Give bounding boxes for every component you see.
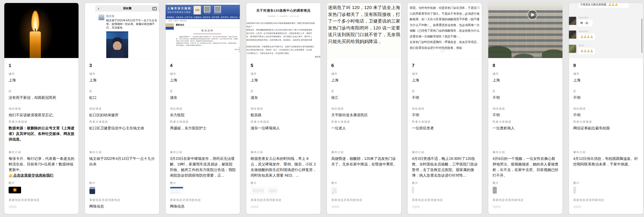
- field-value-address: 航昌路: [250, 112, 316, 118]
- field-deceased: 死者大体描述 虹口区卫健委信息中心主任钱文雄: [89, 120, 155, 131]
- record-number: 9: [573, 63, 576, 68]
- field-deceased: 死者大体描述 周盛妮，东方医院护士: [170, 120, 236, 131]
- field-label-address: 地址描述: [8, 107, 75, 111]
- field-value-event: 每张卡片、每行记录，代表着一条逝去的鲜活生命。目前有73+位死者！数据持续更新中…: [8, 157, 74, 172]
- field-label-deceased: 死者大体描述: [492, 120, 558, 124]
- field-district: 区 不明: [412, 89, 478, 101]
- record-card[interactable]: 关于对浦东120急救中心的调查情况【信息来源：】【信息时间：2022-03-31…: [246, 3, 320, 214]
- field-label-deceased: 死者大体描述: [250, 120, 316, 124]
- weibo-text: 医院。当时有些低烧，但是发热门诊在消杀，于是在门口的黑夜里等待了很久。可是由于有…: [408, 3, 482, 51]
- field-value-address: 不明: [492, 112, 558, 118]
- field-deceased: 死者大体描述 网信证券副总裁韦桂国: [573, 120, 639, 131]
- record-number: 5: [250, 63, 253, 68]
- quoted-text: 迷病危了叫 120，120 来了说全上海发热门诊都关了，没有医院接收，打了一个多…: [327, 3, 401, 45]
- attachment-thumbnails: [170, 187, 236, 194]
- document-body: 在航昌路376弄小区120急救医生未向求救患者施救的情况，我委立即连夜启动调 查…: [246, 22, 320, 55]
- field-label-deceased: 死者大体描述: [170, 120, 236, 124]
- record-cover-image: 迷病危了叫 120，120 来了说全上海发热门诊都关了，没有医院接收，打了一个多…: [327, 3, 401, 58]
- field-event: 事件介绍 高烧昏迷，核酸阴，120来了说发热门诊关了。无奈在家中降温，在昏迷中离…: [331, 150, 397, 167]
- field-address: 地址描述 虹口区妇幼保健所: [89, 107, 155, 118]
- record-card[interactable]: 医院。当时有些低烧，但是发热门诊在消杀，于是在门口的黑夜里等待了很久。可是由于有…: [408, 3, 482, 214]
- attachment-thumbnails: [8, 187, 75, 193]
- qr-code-block: 患者移动服务平台: [214, 6, 222, 14]
- record-number: 1: [8, 63, 11, 68]
- field-value-deceased: 浦东一位哮喘病人: [250, 125, 316, 131]
- field-deceased: 死者大体描述 一位老人: [331, 120, 397, 131]
- record-cover-image: 关于对浦东120急救中心的调查情况【信息来源：】【信息时间：2022-03-31…: [246, 3, 320, 58]
- document-title: 关于对浦东120急救中心的调查情况: [246, 8, 320, 13]
- field-value-deceased: 一位癌症患者: [412, 125, 478, 131]
- field-label-image: 图片: [492, 181, 558, 185]
- record-card[interactable]: 上海市东方医院同济大学附属东方医院100微信二维码患者移动服务平台医院概况 | …: [166, 3, 240, 214]
- field-city: 城市 上海: [89, 72, 155, 83]
- attachment-thumbnails: [89, 187, 155, 194]
- submit-info-link[interactable]: 👉点击这里提交信息给我们: [8, 173, 75, 178]
- field-label-direct-info: 直接信息还是间接信息: [573, 198, 639, 202]
- field-direct-info: 直接信息还是间接信息: [492, 198, 558, 208]
- announcement-title: 情况说明: [175, 29, 240, 32]
- field-image: 图片: [8, 181, 75, 193]
- field-value-deceased: 数据来源：被删除的公众号文章《上海逝者》及其评论区、各种社交媒体、网友提供信息。: [8, 125, 75, 142]
- record-card[interactable]: ‹朋友圈钱文雄钱文雄于2022年4月12日下午一点十九分去世。疫情期间一切从简。…: [85, 3, 159, 214]
- field-value-address: 不明: [412, 112, 478, 118]
- announcement-body: 周盛妮为我院护士，一直在院内从事非护理相关工作。3月23日在家中哮喘发作，用药后…: [175, 36, 240, 46]
- field-value-city: 上海: [89, 78, 155, 83]
- field-value-deceased: 一位老人: [331, 125, 397, 131]
- attachment-thumbnails: [492, 187, 558, 194]
- empty-value-pill: [492, 206, 501, 208]
- field-label-image: 图片: [573, 181, 639, 185]
- field-label-address: 地址描述: [573, 107, 639, 111]
- field-label-deceased: 死者大体描述: [573, 120, 639, 124]
- field-value-district: 浦东: [250, 95, 316, 101]
- hospital-site-header: 上海市东方医院同济大学附属东方医院100微信二维码患者移动服务平台: [166, 5, 240, 15]
- hospital-site-title: 上海市东方医院: [167, 7, 192, 10]
- field-image: 图片: [331, 181, 397, 195]
- hospital-site-subtitle: 同济大学附属东方医院: [167, 11, 192, 14]
- section-title: 最新动态: [175, 22, 240, 27]
- field-value-address: 虹口区妇幼保健所: [89, 112, 155, 118]
- image-thumbnail[interactable]: [170, 187, 183, 194]
- record-card[interactable]: 8 城市 上海 区 不明 地址描述 不明 死者大体描述 一位透析病人 事件介绍 …: [488, 3, 562, 214]
- field-label-event: 事件介绍: [492, 150, 558, 154]
- empty-value-pill: [573, 206, 582, 208]
- image-thumbnail[interactable]: [89, 187, 95, 194]
- image-thumbnail[interactable]: [412, 187, 414, 193]
- field-label-image: 图片: [8, 181, 75, 185]
- field-value-event: 4月3日突感不适，晚上19:30叫了120急救。当时面临全员核酸，三甲医院门急诊…: [412, 157, 478, 178]
- announcement-meta-bar: [193, 33, 221, 34]
- field-label-direct-info: 直接信息还是间接信息: [8, 198, 75, 202]
- field-district: 区 浦东: [250, 89, 316, 101]
- field-value-city: 上海: [412, 78, 478, 83]
- field-label-city: 城市: [492, 72, 558, 76]
- field-value-event: 高烧昏迷，核酸阴，120来了说发热门诊关了。无奈在家中降温，在昏迷中离世。: [331, 157, 397, 166]
- record-card[interactable]: 1 城市 上海 区 没有死于新冠，却因新冠而死 地址描述 他们不应该被漠视甚至忘…: [4, 3, 78, 214]
- record-card[interactable]: 只有其女儿眼见其病逝...🙏🙏🙏啊，这。🙏🙏🙏🙏🙏🙏🙏🙏 9 城市 上海 区 不…: [569, 3, 643, 214]
- field-event: 事件介绍 3月23日在家中哮喘发作，用药后无法缓解。19时，家属驾车送其就诊，被…: [170, 150, 236, 178]
- qr-code-icon: [204, 6, 210, 12]
- record-cover-image: [488, 3, 562, 58]
- camera-icon: [152, 7, 156, 10]
- record-card[interactable]: 迷病危了叫 120，120 来了说全上海发热门诊都关了，没有医院接收，打了一个多…: [327, 3, 401, 214]
- post-body: 钱文雄钱文雄于2022年4月12日下午一点十九分去世。疫情期间一切从简。家属目前…: [106, 14, 158, 58]
- image-thumbnail[interactable]: [492, 187, 497, 194]
- field-label-district: 区: [492, 89, 558, 93]
- gallery-board[interactable]: 1 城市 上海 区 没有死于新冠，却因新冠而死 地址描述 他们不应该被漠视甚至忘…: [4, 3, 643, 214]
- field-value-deceased: 虹口区卫健委信息中心主任钱文雄: [89, 125, 155, 131]
- moments-header: ‹朋友圈: [95, 5, 159, 11]
- image-thumbnail[interactable]: [250, 187, 266, 194]
- field-label-direct-info: 直接信息还是间接信息: [331, 198, 397, 202]
- qr-code-icon: [214, 6, 221, 12]
- wechat-moments-screenshot: ‹朋友圈钱文雄钱文雄于2022年4月12日下午一点十九分去世。疫情期间一切从简。…: [95, 5, 159, 58]
- field-event: 事件介绍 4月6日的一个视频，一位女性在撕心裂肺地哭泣。据视频描述，她的亲人要做…: [492, 150, 558, 178]
- site-nav-bar: 医院概况 | 名医名家 | 科室介绍 | 党建园地 | 医政管理 | 医学教育 …: [166, 15, 240, 19]
- image-thumbnail[interactable]: [8, 187, 21, 193]
- field-district: 区 不明: [492, 89, 558, 101]
- image-thumbnail[interactable]: [573, 187, 576, 194]
- image-thumbnail[interactable]: [331, 187, 337, 195]
- field-label-event: 事件介绍: [412, 150, 478, 154]
- image-thumbnail[interactable]: [267, 187, 278, 194]
- field-address: 地址描述 不明: [573, 107, 639, 118]
- field-label-district: 区: [412, 89, 478, 93]
- post-photo: [106, 31, 128, 58]
- field-value-district: 不明: [412, 95, 478, 101]
